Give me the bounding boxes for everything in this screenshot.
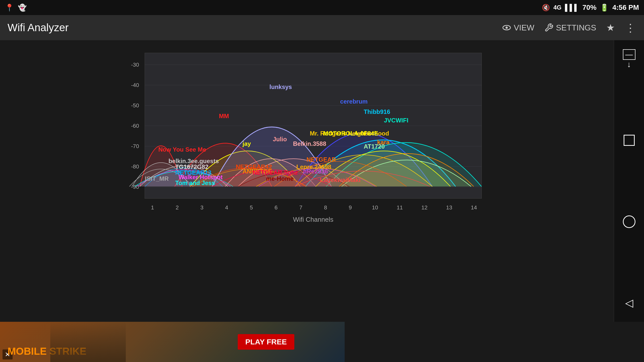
star-button[interactable]: ★ bbox=[606, 22, 615, 33]
square-button[interactable] bbox=[620, 131, 638, 149]
x-axis-title: Wifi Channels bbox=[293, 216, 333, 223]
y-label-80: -80 bbox=[131, 163, 139, 170]
signal-bars: ▌▌▌ bbox=[565, 4, 579, 12]
y-label-50: -50 bbox=[131, 102, 139, 109]
app-bar: Wifi Analyzer VIEW SETTINGS ★ ⋮ bbox=[0, 15, 644, 40]
view-button[interactable]: VIEW bbox=[502, 23, 534, 32]
back-arrow-icon: ◁ bbox=[625, 297, 633, 309]
status-bar: 📍 👻 🔇 4G ▌▌▌ 70% 🔋 4:56 PM bbox=[0, 0, 644, 15]
chart-area: -30 -40 -50 -60 -70 -80 -90 bbox=[145, 53, 482, 199]
y-label-40: -40 bbox=[131, 82, 139, 88]
home-button[interactable] bbox=[620, 213, 638, 231]
chart-wrapper: Signal Strength [dBm] -30 -40 -50 -60 -7… bbox=[0, 40, 614, 322]
settings-button[interactable]: SETTINGS bbox=[544, 23, 596, 32]
arrow-down-icon: ↓ bbox=[627, 60, 631, 69]
download-icon: — bbox=[623, 49, 635, 60]
view-label: VIEW bbox=[514, 23, 534, 32]
clock: 4:56 PM bbox=[612, 4, 639, 12]
battery-percent: 70% bbox=[582, 4, 596, 12]
y-label-30: -30 bbox=[131, 62, 139, 68]
svg-point-1 bbox=[506, 27, 508, 29]
settings-label: SETTINGS bbox=[556, 23, 596, 32]
main-content: Signal Strength [dBm] -30 -40 -50 -60 -7… bbox=[0, 40, 644, 322]
more-button[interactable]: ⋮ bbox=[625, 21, 636, 34]
wifi-chart-svg bbox=[145, 53, 481, 198]
back-button[interactable]: ◁ bbox=[620, 294, 638, 312]
y-label-60: -60 bbox=[131, 123, 139, 129]
x-axis: 1 2 3 4 5 6 7 8 9 10 11 12 13 14 bbox=[145, 204, 481, 211]
home-circle-icon bbox=[623, 215, 635, 228]
y-label-70: -70 bbox=[131, 143, 139, 150]
lte-icon: 4G bbox=[553, 4, 561, 11]
play-free-button[interactable]: PLAY FREE bbox=[238, 334, 294, 350]
square-icon bbox=[624, 135, 635, 146]
wrench-icon bbox=[544, 23, 553, 32]
snapchat-icon: 👻 bbox=[18, 4, 27, 12]
location-icon: 📍 bbox=[5, 4, 14, 12]
nav-bar: — ↓ ◁ bbox=[614, 40, 644, 322]
download-button[interactable]: — ↓ bbox=[620, 50, 638, 68]
mute-icon: 🔇 bbox=[542, 4, 550, 12]
app-title: Wifi Analyzer bbox=[8, 22, 492, 34]
ad-banner: ✕ MOBILE STRIKE PLAY FREE bbox=[0, 322, 345, 362]
eye-icon bbox=[502, 23, 511, 32]
battery-icon: 🔋 bbox=[600, 4, 609, 12]
